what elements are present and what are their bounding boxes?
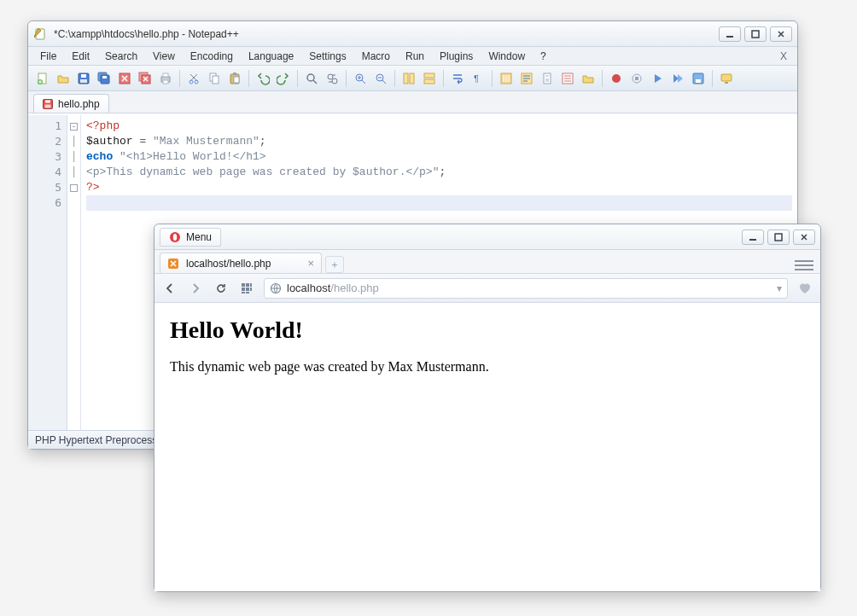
play-icon[interactable]	[648, 69, 667, 88]
zoom-out-icon[interactable]	[371, 69, 390, 88]
svg-rect-16	[163, 80, 168, 84]
save-all-icon[interactable]	[95, 69, 114, 88]
line-num: 5	[28, 180, 61, 195]
play-multi-icon[interactable]	[668, 69, 687, 88]
wordwrap-icon[interactable]	[448, 69, 467, 88]
file-tab-hello-php[interactable]: hello.php	[33, 94, 109, 113]
indent-guide-icon[interactable]	[497, 69, 516, 88]
code-text: "Max Mustermann"	[153, 135, 259, 148]
close-file-icon[interactable]	[115, 69, 134, 88]
show-all-chars-icon[interactable]: ¶	[469, 69, 487, 88]
speed-dial-icon[interactable]	[238, 280, 255, 297]
new-file-icon[interactable]	[33, 69, 52, 88]
close-button[interactable]	[793, 230, 815, 245]
menubar-close-icon[interactable]: X	[775, 50, 792, 62]
sync-h-icon[interactable]	[420, 69, 439, 88]
toolbar-sep	[443, 70, 444, 87]
reload-button[interactable]	[213, 280, 230, 297]
svg-rect-23	[234, 77, 239, 83]
docmap-icon[interactable]	[538, 69, 557, 88]
menu-search[interactable]: Search	[98, 49, 144, 64]
page-heading: Hello World!	[170, 317, 805, 344]
menu-file[interactable]: File	[33, 49, 63, 64]
maximize-button[interactable]	[767, 230, 790, 245]
toolbar-sep	[179, 70, 180, 87]
svg-rect-62	[246, 292, 249, 293]
svg-rect-31	[424, 73, 434, 78]
svg-rect-20	[213, 76, 219, 84]
toolbar-sep	[248, 70, 249, 87]
menu-edit[interactable]: Edit	[65, 49, 96, 64]
rendered-page: Hello World! This dynamic web page was c…	[154, 305, 820, 591]
cut-icon[interactable]	[184, 69, 203, 88]
svg-rect-2	[752, 31, 759, 38]
svg-rect-7	[80, 79, 87, 83]
svg-rect-58	[242, 288, 245, 291]
address-field[interactable]: localhost/hello.php ▾	[264, 278, 788, 299]
print-icon[interactable]	[156, 69, 175, 88]
svg-point-51	[173, 234, 177, 241]
tab-close-icon[interactable]: ×	[307, 257, 314, 270]
record-icon[interactable]	[607, 69, 626, 88]
npp-titlebar: *C:\xampp\htdocs\hello.php - Notepad++	[28, 21, 797, 47]
code-text: <p>This dynamic web page was created by …	[86, 166, 439, 178]
browser-tab[interactable]: localhost/hello.php ×	[160, 253, 322, 273]
monitor-icon[interactable]	[717, 69, 736, 88]
close-button[interactable]	[770, 26, 792, 42]
code-text: ;	[259, 135, 266, 148]
maximize-button[interactable]	[744, 26, 767, 42]
menu-encoding[interactable]: Encoding	[184, 49, 240, 64]
menu-view[interactable]: View	[146, 49, 182, 64]
fold-toggle-icon[interactable]: -	[70, 123, 78, 131]
replace-icon[interactable]	[323, 69, 341, 88]
code-text: "<h1>Hello World!</h1>	[120, 150, 266, 163]
undo-icon[interactable]	[254, 69, 272, 88]
new-tab-button[interactable]: ＋	[325, 256, 344, 273]
opera-menu-button[interactable]: Menu	[160, 228, 221, 247]
bookmark-heart-icon[interactable]	[796, 280, 813, 297]
status-language: PHP Hypertext Preprocessor	[35, 434, 166, 446]
folder-panel-icon[interactable]	[579, 69, 598, 88]
menu-macro[interactable]: Macro	[355, 49, 397, 64]
toolbar-sep	[394, 70, 395, 87]
svg-rect-30	[410, 73, 414, 84]
close-all-icon[interactable]	[136, 69, 154, 88]
dropdown-icon[interactable]: ▾	[777, 282, 782, 294]
zoom-in-icon[interactable]	[351, 69, 370, 88]
paste-icon[interactable]	[225, 69, 244, 88]
tab-menu-icon[interactable]	[795, 258, 813, 273]
svg-rect-37	[545, 75, 549, 77]
menu-settings[interactable]: Settings	[302, 49, 353, 64]
url-path: /hello.php	[330, 282, 378, 294]
toolbar-sep	[712, 70, 713, 87]
code-text: <?php	[86, 119, 120, 132]
funclist-icon[interactable]	[558, 69, 577, 88]
minimize-button[interactable]	[719, 26, 741, 42]
npp-tabstrip: hello.php	[28, 91, 797, 113]
svg-rect-61	[242, 292, 245, 293]
back-button[interactable]	[161, 280, 178, 297]
line-num: 4	[28, 165, 61, 180]
opera-window: Menu localhost/hello.php × ＋ localhost/h…	[154, 224, 821, 592]
stop-record-icon[interactable]	[627, 69, 646, 88]
menu-window[interactable]: Window	[481, 49, 532, 64]
open-file-icon[interactable]	[54, 69, 73, 88]
copy-icon[interactable]	[205, 69, 224, 88]
site-info-icon[interactable]	[270, 282, 282, 294]
save-icon[interactable]	[74, 69, 93, 88]
forward-button[interactable]	[187, 280, 204, 297]
toolbar-sep	[602, 70, 603, 87]
find-icon[interactable]	[302, 69, 321, 88]
minimize-button[interactable]	[742, 230, 764, 245]
menu-help[interactable]: ?	[533, 49, 553, 64]
npp-toolbar: ¶	[28, 66, 797, 91]
npp-window-controls	[719, 26, 792, 42]
save-macro-icon[interactable]	[689, 69, 708, 88]
menu-run[interactable]: Run	[399, 49, 431, 64]
redo-icon[interactable]	[274, 69, 293, 88]
menu-language[interactable]: Language	[242, 49, 300, 64]
udl-icon[interactable]	[517, 69, 536, 88]
xampp-favicon-icon	[167, 258, 179, 270]
menu-plugins[interactable]: Plugins	[433, 49, 480, 64]
sync-v-icon[interactable]	[399, 69, 418, 88]
